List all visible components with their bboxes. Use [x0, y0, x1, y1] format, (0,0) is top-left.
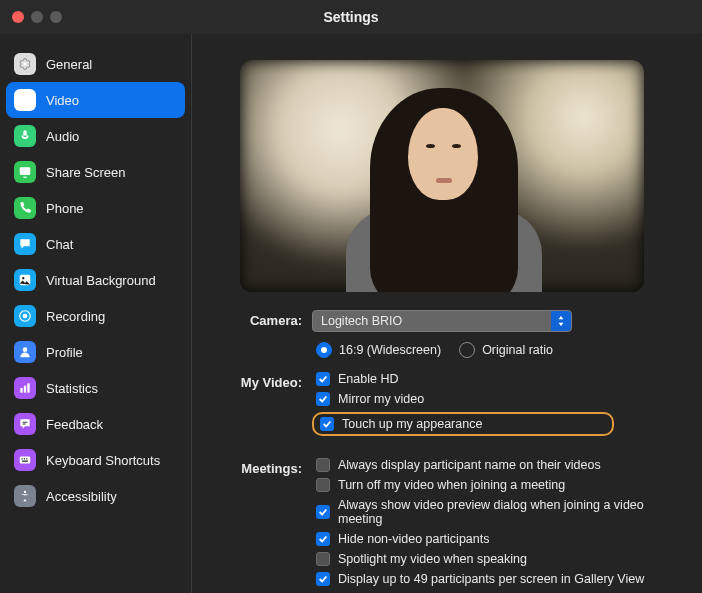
sidebar-item-label: Profile — [46, 345, 83, 360]
svg-rect-1 — [20, 167, 31, 175]
virtual-background-icon — [14, 269, 36, 291]
sidebar-item-phone[interactable]: Phone — [0, 190, 191, 226]
svg-rect-10 — [20, 457, 31, 464]
meetings-label: Meetings: — [222, 458, 312, 476]
phone-icon — [14, 197, 36, 219]
meetings-option-1-label: Turn off my video when joining a meeting — [338, 478, 565, 492]
svg-point-5 — [23, 314, 28, 319]
svg-rect-9 — [27, 383, 29, 392]
statistics-icon — [14, 377, 36, 399]
meetings-option-4[interactable]: Spotlight my video when speaking — [312, 552, 680, 566]
svg-point-6 — [23, 347, 28, 352]
sidebar-item-accessibility[interactable]: Accessibility — [0, 478, 191, 514]
sidebar-item-video[interactable]: Video — [6, 82, 185, 118]
audio-icon — [14, 125, 36, 147]
sidebar-item-audio[interactable]: Audio — [0, 118, 191, 154]
my-video-label: My Video: — [222, 372, 312, 390]
checkbox-unchecked-icon — [316, 478, 330, 492]
camera-label: Camera: — [222, 310, 312, 328]
sidebar-item-share-screen[interactable]: Share Screen — [0, 154, 191, 190]
sidebar-item-statistics[interactable]: Statistics — [0, 370, 191, 406]
sidebar-item-label: Video — [46, 93, 79, 108]
titlebar: Settings — [0, 0, 702, 34]
checkbox-checked-icon — [316, 505, 330, 519]
window-controls — [12, 11, 62, 23]
general-icon — [14, 53, 36, 75]
touch-up-appearance-checkbox-label: Touch up my appearance — [342, 417, 482, 431]
sidebar-item-label: Recording — [46, 309, 105, 324]
sidebar-item-label: Share Screen — [46, 165, 126, 180]
settings-panel-video: Camera: Logitech BRIO 16:9 (Widescreen) — [192, 34, 702, 593]
meetings-option-5-label: Display up to 49 participants per screen… — [338, 572, 644, 586]
checkbox-checked-icon — [316, 532, 330, 546]
svg-rect-13 — [26, 458, 27, 459]
svg-rect-7 — [20, 388, 22, 393]
svg-rect-14 — [22, 461, 28, 462]
video-preview — [240, 60, 644, 292]
zoom-window-button[interactable] — [50, 11, 62, 23]
minimize-window-button[interactable] — [31, 11, 43, 23]
mirror-video-checkbox-label: Mirror my video — [338, 392, 424, 406]
window-title: Settings — [323, 9, 378, 25]
sidebar-item-label: General — [46, 57, 92, 72]
aspect-original-label: Original ratio — [482, 343, 553, 357]
radio-icon — [459, 342, 475, 358]
sidebar-item-label: Chat — [46, 237, 73, 252]
aspect-widescreen-label: 16:9 (Widescreen) — [339, 343, 441, 357]
chat-icon — [14, 233, 36, 255]
meetings-option-2-label: Always show video preview dialog when jo… — [338, 498, 680, 526]
feedback-icon — [14, 413, 36, 435]
svg-point-3 — [22, 277, 24, 279]
meetings-option-2[interactable]: Always show video preview dialog when jo… — [312, 498, 680, 526]
aspect-original-option[interactable]: Original ratio — [459, 342, 553, 358]
meetings-option-1[interactable]: Turn off my video when joining a meeting — [312, 478, 680, 492]
meetings-option-4-label: Spotlight my video when speaking — [338, 552, 527, 566]
sidebar-item-chat[interactable]: Chat — [0, 226, 191, 262]
checkbox-checked-icon — [316, 572, 330, 586]
sidebar-item-label: Audio — [46, 129, 79, 144]
sidebar-item-label: Keyboard Shortcuts — [46, 453, 160, 468]
enable-hd-checkbox[interactable]: Enable HD — [312, 372, 680, 386]
meetings-option-3[interactable]: Hide non-video participants — [312, 532, 680, 546]
sidebar-item-feedback[interactable]: Feedback — [0, 406, 191, 442]
svg-rect-11 — [22, 458, 23, 459]
sidebar-item-keyboard-shortcuts[interactable]: Keyboard Shortcuts — [0, 442, 191, 478]
video-preview-person — [312, 60, 572, 292]
close-window-button[interactable] — [12, 11, 24, 23]
sidebar-item-general[interactable]: General — [0, 46, 191, 82]
meetings-option-0[interactable]: Always display participant name on their… — [312, 458, 680, 472]
checkbox-unchecked-icon — [316, 552, 330, 566]
mirror-video-checkbox[interactable]: Mirror my video — [312, 392, 680, 406]
aspect-widescreen-option[interactable]: 16:9 (Widescreen) — [316, 342, 441, 358]
checkbox-checked-icon — [316, 372, 330, 386]
profile-icon — [14, 341, 36, 363]
camera-select-value: Logitech BRIO — [321, 314, 402, 328]
touch-up-appearance-checkbox[interactable]: Touch up my appearance — [316, 417, 604, 431]
meetings-option-0-label: Always display participant name on their… — [338, 458, 601, 472]
sidebar-item-virtual-background[interactable]: Virtual Background — [0, 262, 191, 298]
sidebar-item-label: Phone — [46, 201, 84, 216]
svg-rect-12 — [24, 458, 25, 459]
sidebar-item-label: Virtual Background — [46, 273, 156, 288]
camera-select[interactable]: Logitech BRIO — [312, 310, 572, 332]
video-icon — [14, 89, 36, 111]
meetings-option-3-label: Hide non-video participants — [338, 532, 489, 546]
enable-hd-checkbox-label: Enable HD — [338, 372, 398, 386]
sidebar-item-label: Accessibility — [46, 489, 117, 504]
svg-point-15 — [24, 491, 26, 493]
checkbox-unchecked-icon — [316, 458, 330, 472]
radio-icon — [316, 342, 332, 358]
svg-point-0 — [23, 62, 27, 66]
settings-sidebar: GeneralVideoAudioShare ScreenPhoneChatVi… — [0, 34, 192, 593]
svg-rect-8 — [24, 386, 26, 393]
touch-up-highlight: Touch up my appearance — [312, 412, 614, 436]
meetings-option-5[interactable]: Display up to 49 participants per screen… — [312, 572, 680, 586]
sidebar-item-recording[interactable]: Recording — [0, 298, 191, 334]
checkbox-checked-icon — [320, 417, 334, 431]
recording-icon — [14, 305, 36, 327]
sidebar-item-profile[interactable]: Profile — [0, 334, 191, 370]
keyboard-shortcuts-icon — [14, 449, 36, 471]
chevron-updown-icon — [551, 311, 571, 331]
share-screen-icon — [14, 161, 36, 183]
sidebar-item-label: Feedback — [46, 417, 103, 432]
